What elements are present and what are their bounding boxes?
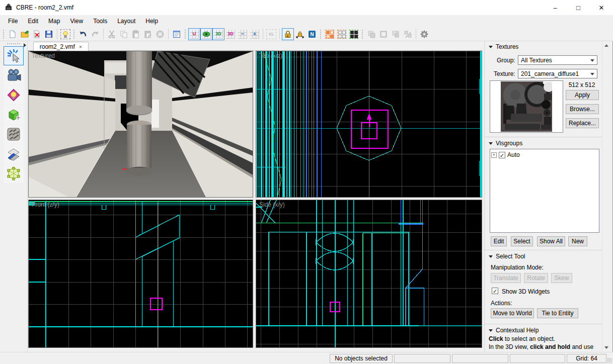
hide-null-textures-icon[interactable]: N bbox=[306, 28, 318, 40]
collapse-group-icon[interactable] bbox=[402, 28, 414, 40]
collapse-arrow-icon bbox=[489, 255, 493, 258]
translate-button[interactable]: Translate bbox=[491, 273, 521, 283]
scroll-up-icon[interactable] bbox=[604, 44, 608, 47]
texture-group-select[interactable]: All Textures bbox=[518, 55, 597, 65]
selection-tool[interactable] bbox=[4, 46, 24, 65]
rotate-button[interactable]: Rotate bbox=[524, 273, 548, 283]
grid-smaller-icon[interactable]: − bbox=[237, 28, 249, 40]
close-button[interactable]: ✕ bbox=[590, 0, 613, 15]
object-properties-icon[interactable] bbox=[171, 28, 183, 40]
copy-icon[interactable] bbox=[118, 28, 130, 40]
3d-views-icon[interactable]: 3D bbox=[212, 28, 224, 40]
tool-rail bbox=[0, 41, 28, 352]
grid-3d-icon[interactable]: 3D bbox=[224, 28, 237, 40]
toolbar-separator bbox=[416, 29, 416, 39]
lighting-options-icon[interactable] bbox=[59, 28, 71, 40]
textures-section-header[interactable]: Textures bbox=[489, 43, 518, 50]
menu-layout[interactable]: Layout bbox=[112, 15, 140, 27]
apply-texture-tool[interactable] bbox=[4, 125, 24, 144]
visgroup-checkbox[interactable]: ✓ bbox=[499, 152, 505, 158]
brush-tool[interactable] bbox=[4, 105, 24, 124]
cancel-icon[interactable] bbox=[154, 28, 166, 40]
group-icon[interactable] bbox=[365, 28, 377, 40]
show-mask-white-icon[interactable] bbox=[336, 28, 348, 40]
rail-overflow-arrow-icon[interactable] bbox=[24, 43, 26, 47]
tab-close-icon[interactable]: × bbox=[79, 44, 82, 50]
visgroups-section-header[interactable]: Visgroups bbox=[489, 139, 522, 147]
open-file-icon[interactable] bbox=[19, 28, 31, 40]
clip-tool[interactable] bbox=[4, 144, 24, 163]
minimize-button[interactable]: – bbox=[544, 0, 567, 15]
ignore-grouping-icon[interactable]: IG bbox=[265, 28, 277, 40]
window-title: CBRE - room2_2.vmf bbox=[16, 4, 73, 11]
menu-tools[interactable]: Tools bbox=[88, 15, 112, 27]
texture-uv-lock-icon[interactable]: U bbox=[188, 28, 200, 40]
menu-map[interactable]: Map bbox=[43, 15, 65, 27]
cut-icon[interactable] bbox=[106, 28, 118, 40]
redo-icon[interactable] bbox=[89, 28, 101, 40]
vertex-tool[interactable] bbox=[4, 164, 24, 183]
maximize-button[interactable]: □ bbox=[567, 0, 590, 15]
viewport-front[interactable]: Front (z/y) bbox=[28, 200, 253, 348]
contextual-help-header-label: Contextual Help bbox=[496, 327, 539, 334]
collapse-arrow-icon bbox=[489, 329, 493, 332]
ungroup-icon[interactable] bbox=[377, 28, 390, 40]
move-to-world-button[interactable]: Move to World bbox=[491, 308, 534, 318]
show-mask-green-icon[interactable] bbox=[348, 28, 360, 40]
texture-select[interactable]: 201_camera_diffuse1 bbox=[518, 69, 597, 78]
show-mask-orange-icon[interactable] bbox=[324, 28, 336, 40]
visgroups-tree[interactable]: + ✓ Auto bbox=[490, 149, 599, 233]
viewport-3d[interactable]: Textured bbox=[28, 51, 253, 198]
contextual-help-section-header[interactable]: Contextual Help bbox=[489, 326, 539, 334]
paste-icon[interactable] bbox=[130, 28, 142, 40]
viewport-side[interactable]: Side (x/y) bbox=[256, 200, 482, 348]
select-tool-section-header[interactable]: Select Tool bbox=[489, 252, 525, 260]
apply-button[interactable]: Apply bbox=[566, 90, 599, 100]
entity-tool[interactable] bbox=[4, 85, 24, 105]
menu-edit[interactable]: Edit bbox=[23, 15, 43, 27]
texture-preview bbox=[490, 80, 563, 133]
camera-tool[interactable] bbox=[4, 66, 24, 85]
rail-grip bbox=[7, 43, 21, 45]
visgroup-item-auto[interactable]: + ✓ Auto bbox=[491, 151, 598, 158]
vertex-tool-icon bbox=[6, 166, 21, 181]
show-all-button[interactable]: Show All bbox=[537, 236, 565, 246]
tab-room2_2[interactable]: room2_2.vmf × bbox=[33, 42, 89, 51]
side-wireframe bbox=[256, 200, 482, 347]
sidebar: Textures Group: All Textures Texture: 20… bbox=[484, 41, 602, 352]
visgroup-visibility-icon[interactable] bbox=[200, 28, 212, 40]
sidebar-scrollbar[interactable] bbox=[602, 41, 610, 352]
edit-button[interactable]: Edit bbox=[491, 236, 507, 246]
textures-header-label: Textures bbox=[496, 43, 518, 50]
menu-help[interactable]: Help bbox=[140, 15, 163, 27]
toolbar-separator bbox=[263, 29, 263, 39]
skew-button[interactable]: Skew bbox=[551, 273, 572, 283]
texture-scale-lock-icon[interactable] bbox=[294, 28, 306, 40]
texture-lock-icon[interactable]: tL bbox=[282, 28, 294, 40]
application-window: CBRE - room2_2.vmf – □ ✕ File Edit Map V… bbox=[0, 0, 613, 364]
paste-special-icon[interactable] bbox=[142, 28, 154, 40]
tree-expander-icon[interactable]: + bbox=[491, 152, 497, 158]
browse-button[interactable]: Browse... bbox=[566, 104, 599, 114]
select-button[interactable]: Select bbox=[511, 236, 533, 246]
menu-view[interactable]: View bbox=[65, 15, 88, 27]
save-file-icon[interactable] bbox=[43, 28, 55, 40]
tie-to-entity-button[interactable]: Tie to Entity bbox=[537, 308, 578, 318]
new-file-icon[interactable] bbox=[7, 28, 19, 40]
close-file-icon[interactable] bbox=[31, 28, 43, 40]
replace-button[interactable]: Replace... bbox=[566, 118, 599, 128]
chevron-down-icon bbox=[590, 73, 594, 75]
section-divider bbox=[485, 250, 602, 250]
texture-value: 201_camera_diffuse1 bbox=[521, 70, 579, 77]
settings-gear-icon[interactable] bbox=[418, 28, 430, 40]
grid-bigger-icon[interactable]: + bbox=[249, 28, 261, 40]
menu-file[interactable]: File bbox=[3, 15, 23, 27]
toolbar-grip bbox=[184, 29, 187, 39]
show-3d-widgets-checkbox[interactable]: ✓ bbox=[492, 288, 498, 294]
viewport-top[interactable]: Top (x/z) bbox=[256, 51, 482, 198]
new-button[interactable]: New bbox=[568, 236, 587, 246]
undo-icon[interactable] bbox=[77, 28, 89, 40]
resize-grip[interactable] bbox=[607, 358, 612, 363]
group-small-icon[interactable] bbox=[390, 28, 402, 40]
scroll-down-icon[interactable] bbox=[604, 346, 608, 349]
